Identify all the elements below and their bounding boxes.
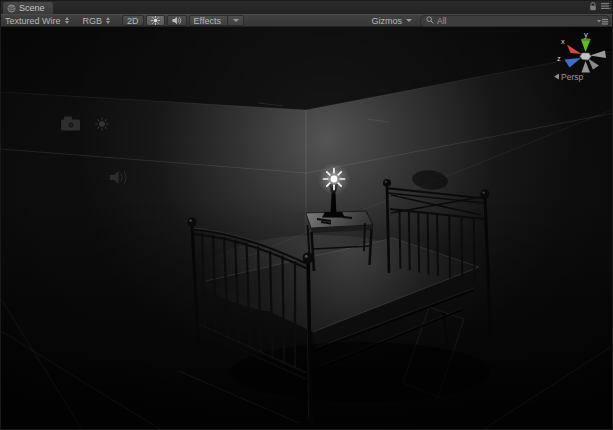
chevron-down-icon: [233, 19, 239, 22]
render-mode-label: Textured Wire: [5, 16, 61, 26]
tab-bar: Scene: [1, 1, 613, 14]
toggle-2d-label: 2D: [127, 16, 139, 26]
projection-label[interactable]: Persp: [561, 72, 583, 82]
speaker-icon: [172, 16, 182, 25]
updown-arrows-icon: [65, 17, 69, 24]
color-channel-label: RGB: [83, 16, 103, 26]
color-channel-dropdown[interactable]: RGB: [79, 15, 115, 26]
lighting-toggle-button[interactable]: [146, 15, 165, 26]
chevron-down-icon: [406, 19, 412, 22]
gizmos-label: Gizmos: [371, 16, 402, 26]
toggle-2d-button[interactable]: 2D: [122, 15, 144, 26]
vignette: [1, 27, 613, 430]
scene-viewport[interactable]: y x z Persp: [1, 27, 613, 430]
sun-icon: [151, 16, 160, 25]
scene-render: y x z Persp: [1, 27, 613, 430]
scene-view-window: Scene: [0, 0, 613, 430]
scene-toolbar: Textured Wire RGB 2D: [1, 14, 613, 27]
audio-toggle-button[interactable]: [167, 15, 187, 26]
effects-label: Effects: [194, 16, 221, 26]
search-filter-label: All: [437, 16, 446, 26]
tab-title: Scene: [19, 2, 45, 14]
effects-dropdown-button[interactable]: Effects: [189, 15, 244, 26]
lock-icon[interactable]: [589, 2, 597, 11]
search-input[interactable]: [449, 16, 604, 25]
menu-icon[interactable]: [601, 2, 611, 11]
gizmos-dropdown[interactable]: Gizmos: [367, 15, 416, 26]
axis-y-label: y: [584, 30, 588, 39]
scene-icon: [7, 4, 16, 13]
window-menu-icon[interactable]: [597, 12, 608, 30]
scene-search-field[interactable]: All: [420, 15, 610, 27]
axis-z-label: z: [557, 54, 561, 63]
light-sun-icon[interactable]: [318, 163, 350, 195]
search-icon: [426, 16, 434, 26]
axis-x-label: x: [561, 37, 565, 46]
render-mode-dropdown[interactable]: Textured Wire: [1, 15, 73, 26]
updown-arrows-icon: [106, 17, 110, 24]
tab-scene[interactable]: Scene: [3, 2, 53, 14]
